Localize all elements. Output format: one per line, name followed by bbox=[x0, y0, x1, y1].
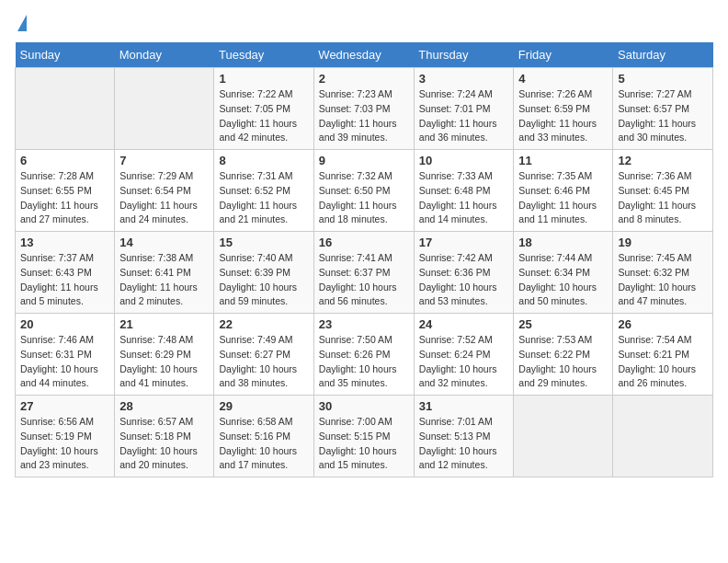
calendar-cell: 17Sunrise: 7:42 AM Sunset: 6:36 PM Dayli… bbox=[414, 232, 514, 314]
calendar-cell: 11Sunrise: 7:35 AM Sunset: 6:46 PM Dayli… bbox=[514, 150, 613, 232]
cell-info: Sunrise: 7:31 AM Sunset: 6:52 PM Dayligh… bbox=[219, 169, 308, 227]
cell-info: Sunrise: 7:23 AM Sunset: 7:03 PM Dayligh… bbox=[319, 87, 409, 145]
calendar-cell: 25Sunrise: 7:53 AM Sunset: 6:22 PM Dayli… bbox=[514, 314, 613, 396]
calendar-cell: 29Sunrise: 6:58 AM Sunset: 5:16 PM Dayli… bbox=[214, 396, 313, 477]
calendar-cell: 5Sunrise: 7:27 AM Sunset: 6:57 PM Daylig… bbox=[613, 68, 713, 150]
day-header-thursday: Thursday bbox=[414, 42, 514, 68]
calendar-cell: 19Sunrise: 7:45 AM Sunset: 6:32 PM Dayli… bbox=[613, 232, 713, 314]
calendar-cell: 13Sunrise: 7:37 AM Sunset: 6:43 PM Dayli… bbox=[16, 232, 115, 314]
cell-info: Sunrise: 7:49 AM Sunset: 6:27 PM Dayligh… bbox=[219, 333, 308, 391]
calendar-cell: 30Sunrise: 7:00 AM Sunset: 5:15 PM Dayli… bbox=[313, 396, 414, 477]
cell-info: Sunrise: 7:33 AM Sunset: 6:48 PM Dayligh… bbox=[419, 169, 509, 227]
day-number: 27 bbox=[20, 399, 109, 413]
day-number: 25 bbox=[518, 317, 608, 331]
cell-info: Sunrise: 7:45 AM Sunset: 6:32 PM Dayligh… bbox=[618, 251, 708, 309]
calendar-cell: 4Sunrise: 7:26 AM Sunset: 6:59 PM Daylig… bbox=[514, 68, 613, 150]
calendar-cell: 23Sunrise: 7:50 AM Sunset: 6:26 PM Dayli… bbox=[313, 314, 414, 396]
calendar-cell: 24Sunrise: 7:52 AM Sunset: 6:24 PM Dayli… bbox=[414, 314, 514, 396]
cell-info: Sunrise: 7:27 AM Sunset: 6:57 PM Dayligh… bbox=[618, 87, 708, 145]
logo-icon bbox=[17, 15, 27, 31]
calendar-week-row: 13Sunrise: 7:37 AM Sunset: 6:43 PM Dayli… bbox=[16, 232, 713, 314]
day-number: 30 bbox=[319, 399, 409, 413]
day-header-saturday: Saturday bbox=[613, 42, 713, 68]
day-number: 23 bbox=[319, 317, 409, 331]
cell-info: Sunrise: 7:28 AM Sunset: 6:55 PM Dayligh… bbox=[20, 169, 109, 227]
day-number: 8 bbox=[219, 154, 308, 167]
cell-info: Sunrise: 7:40 AM Sunset: 6:39 PM Dayligh… bbox=[219, 251, 308, 309]
day-number: 24 bbox=[419, 317, 509, 331]
cell-info: Sunrise: 6:57 AM Sunset: 5:18 PM Dayligh… bbox=[119, 415, 209, 473]
day-number: 14 bbox=[119, 236, 209, 249]
calendar-cell: 6Sunrise: 7:28 AM Sunset: 6:55 PM Daylig… bbox=[16, 150, 115, 232]
cell-info: Sunrise: 7:35 AM Sunset: 6:46 PM Dayligh… bbox=[518, 169, 608, 227]
day-number: 11 bbox=[518, 154, 608, 167]
logo bbox=[15, 15, 27, 33]
day-number: 10 bbox=[419, 154, 509, 167]
cell-info: Sunrise: 7:50 AM Sunset: 6:26 PM Dayligh… bbox=[319, 333, 409, 391]
calendar-cell: 2Sunrise: 7:23 AM Sunset: 7:03 PM Daylig… bbox=[313, 68, 414, 150]
calendar-cell: 9Sunrise: 7:32 AM Sunset: 6:50 PM Daylig… bbox=[313, 150, 414, 232]
cell-info: Sunrise: 6:56 AM Sunset: 5:19 PM Dayligh… bbox=[20, 415, 109, 473]
calendar-cell bbox=[514, 396, 613, 477]
day-number: 28 bbox=[119, 399, 209, 413]
day-header-tuesday: Tuesday bbox=[214, 42, 313, 68]
cell-info: Sunrise: 7:36 AM Sunset: 6:45 PM Dayligh… bbox=[618, 169, 708, 227]
calendar-cell: 28Sunrise: 6:57 AM Sunset: 5:18 PM Dayli… bbox=[115, 396, 214, 477]
day-number: 4 bbox=[518, 72, 608, 86]
day-number: 21 bbox=[119, 317, 209, 331]
cell-info: Sunrise: 7:53 AM Sunset: 6:22 PM Dayligh… bbox=[518, 333, 608, 391]
cell-info: Sunrise: 7:01 AM Sunset: 5:13 PM Dayligh… bbox=[419, 415, 509, 473]
calendar-cell: 3Sunrise: 7:24 AM Sunset: 7:01 PM Daylig… bbox=[414, 68, 514, 150]
day-number: 20 bbox=[20, 317, 109, 331]
calendar-cell: 15Sunrise: 7:40 AM Sunset: 6:39 PM Dayli… bbox=[214, 232, 313, 314]
calendar-cell: 7Sunrise: 7:29 AM Sunset: 6:54 PM Daylig… bbox=[115, 150, 214, 232]
calendar-week-row: 20Sunrise: 7:46 AM Sunset: 6:31 PM Dayli… bbox=[16, 314, 713, 396]
calendar-cell: 1Sunrise: 7:22 AM Sunset: 7:05 PM Daylig… bbox=[214, 68, 313, 150]
calendar-cell: 10Sunrise: 7:33 AM Sunset: 6:48 PM Dayli… bbox=[414, 150, 514, 232]
calendar-cell: 8Sunrise: 7:31 AM Sunset: 6:52 PM Daylig… bbox=[214, 150, 313, 232]
calendar-cell: 26Sunrise: 7:54 AM Sunset: 6:21 PM Dayli… bbox=[613, 314, 713, 396]
day-number: 17 bbox=[419, 236, 509, 249]
day-number: 13 bbox=[20, 236, 109, 249]
calendar-cell bbox=[115, 68, 214, 150]
calendar-cell bbox=[613, 396, 713, 477]
day-number: 3 bbox=[419, 72, 509, 86]
day-number: 2 bbox=[319, 72, 409, 86]
day-number: 16 bbox=[319, 236, 409, 249]
day-number: 19 bbox=[618, 236, 708, 249]
day-number: 7 bbox=[119, 154, 209, 167]
cell-info: Sunrise: 6:58 AM Sunset: 5:16 PM Dayligh… bbox=[219, 415, 308, 473]
day-number: 1 bbox=[219, 72, 308, 86]
day-number: 22 bbox=[219, 317, 308, 331]
calendar-cell: 27Sunrise: 6:56 AM Sunset: 5:19 PM Dayli… bbox=[16, 396, 115, 477]
cell-info: Sunrise: 7:24 AM Sunset: 7:01 PM Dayligh… bbox=[419, 87, 509, 145]
calendar-cell: 14Sunrise: 7:38 AM Sunset: 6:41 PM Dayli… bbox=[115, 232, 214, 314]
calendar-cell: 16Sunrise: 7:41 AM Sunset: 6:37 PM Dayli… bbox=[313, 232, 414, 314]
cell-info: Sunrise: 7:29 AM Sunset: 6:54 PM Dayligh… bbox=[119, 169, 209, 227]
calendar-week-row: 1Sunrise: 7:22 AM Sunset: 7:05 PM Daylig… bbox=[16, 68, 713, 150]
calendar-week-row: 27Sunrise: 6:56 AM Sunset: 5:19 PM Dayli… bbox=[16, 396, 713, 477]
cell-info: Sunrise: 7:00 AM Sunset: 5:15 PM Dayligh… bbox=[319, 415, 409, 473]
calendar-cell: 20Sunrise: 7:46 AM Sunset: 6:31 PM Dayli… bbox=[16, 314, 115, 396]
cell-info: Sunrise: 7:52 AM Sunset: 6:24 PM Dayligh… bbox=[419, 333, 509, 391]
cell-info: Sunrise: 7:22 AM Sunset: 7:05 PM Dayligh… bbox=[219, 87, 308, 145]
day-number: 18 bbox=[518, 236, 608, 249]
calendar-cell: 31Sunrise: 7:01 AM Sunset: 5:13 PM Dayli… bbox=[414, 396, 514, 477]
cell-info: Sunrise: 7:54 AM Sunset: 6:21 PM Dayligh… bbox=[618, 333, 708, 391]
cell-info: Sunrise: 7:44 AM Sunset: 6:34 PM Dayligh… bbox=[518, 251, 608, 309]
calendar-week-row: 6Sunrise: 7:28 AM Sunset: 6:55 PM Daylig… bbox=[16, 150, 713, 232]
cell-info: Sunrise: 7:41 AM Sunset: 6:37 PM Dayligh… bbox=[319, 251, 409, 309]
day-header-friday: Friday bbox=[514, 42, 613, 68]
calendar-cell: 18Sunrise: 7:44 AM Sunset: 6:34 PM Dayli… bbox=[514, 232, 613, 314]
calendar-cell: 21Sunrise: 7:48 AM Sunset: 6:29 PM Dayli… bbox=[115, 314, 214, 396]
day-number: 9 bbox=[319, 154, 409, 167]
cell-info: Sunrise: 7:46 AM Sunset: 6:31 PM Dayligh… bbox=[20, 333, 109, 391]
cell-info: Sunrise: 7:26 AM Sunset: 6:59 PM Dayligh… bbox=[518, 87, 608, 145]
day-number: 12 bbox=[618, 154, 708, 167]
day-number: 29 bbox=[219, 399, 308, 413]
day-number: 6 bbox=[20, 154, 109, 167]
day-header-sunday: Sunday bbox=[16, 42, 115, 68]
cell-info: Sunrise: 7:38 AM Sunset: 6:41 PM Dayligh… bbox=[119, 251, 209, 309]
calendar-cell: 22Sunrise: 7:49 AM Sunset: 6:27 PM Dayli… bbox=[214, 314, 313, 396]
cell-info: Sunrise: 7:48 AM Sunset: 6:29 PM Dayligh… bbox=[119, 333, 209, 391]
